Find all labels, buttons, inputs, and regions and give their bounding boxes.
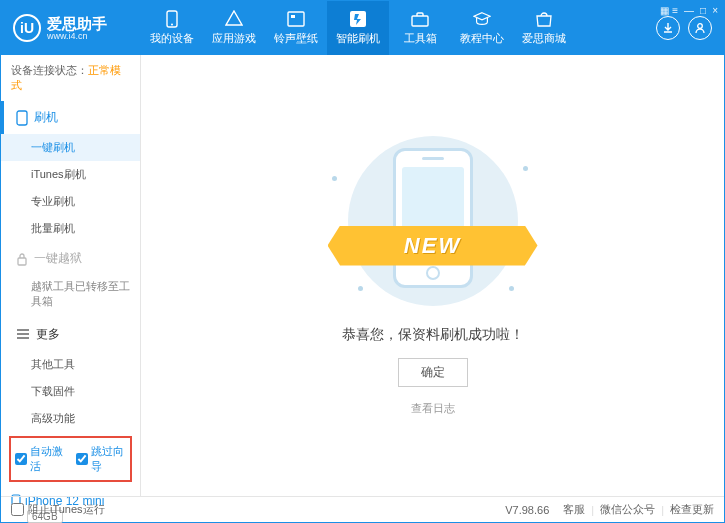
sidebar-more-header[interactable]: 更多 xyxy=(1,318,140,351)
checkbox-label: 跳过向导 xyxy=(91,444,127,474)
phone-icon xyxy=(16,110,28,126)
toolbox-icon xyxy=(411,10,429,28)
store-icon xyxy=(535,10,553,28)
body: 设备连接状态：正常模式 刷机 一键刷机 iTunes刷机 专业刷机 批量刷机 一… xyxy=(1,55,724,496)
auto-activate-checkbox[interactable]: 自动激活 xyxy=(15,444,66,474)
sidebar-flash-section: 刷机 一键刷机 iTunes刷机 专业刷机 批量刷机 xyxy=(1,101,140,242)
sidebar-item-advanced[interactable]: 高级功能 xyxy=(1,405,140,432)
svg-point-6 xyxy=(698,24,703,29)
nav-label: 铃声壁纸 xyxy=(274,31,318,46)
title-bar: ▦ ≡ — □ × iU 爱思助手 www.i4.cn 我的设备 应用游戏 铃声 xyxy=(1,1,724,55)
main-nav: 我的设备 应用游戏 铃声壁纸 智能刷机 工具箱 教程中心 xyxy=(141,1,656,55)
wechat-link[interactable]: 微信公众号 xyxy=(600,502,655,517)
nav-tutorials[interactable]: 教程中心 xyxy=(451,1,513,55)
nav-ringtones[interactable]: 铃声壁纸 xyxy=(265,1,327,55)
lock-icon xyxy=(16,252,28,266)
version-label: V7.98.66 xyxy=(505,504,549,516)
logo-icon: iU xyxy=(13,14,41,42)
svg-rect-5 xyxy=(412,16,428,26)
apps-icon xyxy=(225,10,243,28)
nav-store[interactable]: 爱思商城 xyxy=(513,1,575,55)
window-menu-icon[interactable]: ▦ ≡ xyxy=(660,5,678,16)
more-icon xyxy=(16,328,30,340)
connection-status: 设备连接状态：正常模式 xyxy=(1,55,140,101)
sidebar-jailbreak-section: 一键越狱 越狱工具已转移至工具箱 xyxy=(1,242,140,318)
sidebar-jailbreak-header: 一键越狱 xyxy=(1,242,140,275)
skip-guide-input[interactable] xyxy=(76,453,88,465)
svg-rect-2 xyxy=(288,12,304,26)
confirm-button[interactable]: 确定 xyxy=(398,358,468,387)
sidebar-item-batch-flash[interactable]: 批量刷机 xyxy=(1,215,140,242)
sidebar-item-pro-flash[interactable]: 专业刷机 xyxy=(1,188,140,215)
nav-label: 我的设备 xyxy=(150,31,194,46)
account-button[interactable] xyxy=(688,16,712,40)
status-bar: 阻止iTunes运行 V7.98.66 客服 | 微信公众号 | 检查更新 xyxy=(1,496,724,522)
sidebar: 设备连接状态：正常模式 刷机 一键刷机 iTunes刷机 专业刷机 批量刷机 一… xyxy=(1,55,141,496)
success-message: 恭喜您，保资料刷机成功啦！ xyxy=(342,326,524,344)
sidebar-item-download-firmware[interactable]: 下载固件 xyxy=(1,378,140,405)
nav-my-devices[interactable]: 我的设备 xyxy=(141,1,203,55)
phone-icon xyxy=(163,10,181,28)
check-update-link[interactable]: 检查更新 xyxy=(670,502,714,517)
logo: iU 爱思助手 www.i4.cn xyxy=(1,14,141,42)
nav-apps-games[interactable]: 应用游戏 xyxy=(203,1,265,55)
sidebar-flash-header[interactable]: 刷机 xyxy=(1,101,140,134)
nav-label: 应用游戏 xyxy=(212,31,256,46)
checkbox-label: 阻止iTunes运行 xyxy=(28,502,105,517)
nav-label: 工具箱 xyxy=(404,31,437,46)
flash-icon xyxy=(349,10,367,28)
svg-rect-7 xyxy=(17,111,27,125)
nav-label: 智能刷机 xyxy=(336,31,380,46)
nav-smart-flash[interactable]: 智能刷机 xyxy=(327,1,389,55)
checkbox-label: 自动激活 xyxy=(30,444,66,474)
auto-activate-input[interactable] xyxy=(15,453,27,465)
block-itunes-checkbox[interactable]: 阻止iTunes运行 xyxy=(11,502,105,517)
view-log-link[interactable]: 查看日志 xyxy=(411,401,455,416)
wallpaper-icon xyxy=(287,10,305,28)
skip-guide-checkbox[interactable]: 跳过向导 xyxy=(76,444,127,474)
new-ribbon: NEW xyxy=(328,226,538,266)
section-title: 一键越狱 xyxy=(34,250,82,267)
close-button[interactable]: × xyxy=(712,5,718,16)
window-controls: ▦ ≡ — □ × xyxy=(660,5,718,16)
sidebar-item-one-click-flash[interactable]: 一键刷机 xyxy=(1,134,140,161)
nav-toolbox[interactable]: 工具箱 xyxy=(389,1,451,55)
phone-illustration xyxy=(393,148,473,288)
sidebar-item-other-tools[interactable]: 其他工具 xyxy=(1,351,140,378)
graduation-icon xyxy=(473,10,491,28)
sidebar-item-itunes-flash[interactable]: iTunes刷机 xyxy=(1,161,140,188)
app-url: www.i4.cn xyxy=(47,31,107,41)
nav-label: 教程中心 xyxy=(460,31,504,46)
maximize-button[interactable]: □ xyxy=(700,5,706,16)
svg-point-1 xyxy=(171,24,173,26)
svg-rect-3 xyxy=(291,15,295,18)
main-panel: NEW 恭喜您，保资料刷机成功啦！ 确定 查看日志 xyxy=(141,55,724,496)
app-window: ▦ ≡ — □ × iU 爱思助手 www.i4.cn 我的设备 应用游戏 铃声 xyxy=(0,0,725,523)
block-itunes-input[interactable] xyxy=(11,503,24,516)
svg-rect-8 xyxy=(18,258,26,265)
minimize-button[interactable]: — xyxy=(684,5,694,16)
sidebar-more-section: 更多 其他工具 下载固件 高级功能 xyxy=(1,318,140,432)
checkbox-highlight-box: 自动激活 跳过向导 xyxy=(9,436,132,482)
nav-label: 爱思商城 xyxy=(522,31,566,46)
section-title: 刷机 xyxy=(34,109,58,126)
download-button[interactable] xyxy=(656,16,680,40)
app-name: 爱思助手 xyxy=(47,16,107,31)
support-link[interactable]: 客服 xyxy=(563,502,585,517)
jailbreak-note: 越狱工具已转移至工具箱 xyxy=(1,275,140,318)
success-illustration: NEW xyxy=(328,136,538,306)
section-title: 更多 xyxy=(36,326,60,343)
conn-label: 设备连接状态： xyxy=(11,64,88,76)
header-right-buttons xyxy=(656,16,724,40)
